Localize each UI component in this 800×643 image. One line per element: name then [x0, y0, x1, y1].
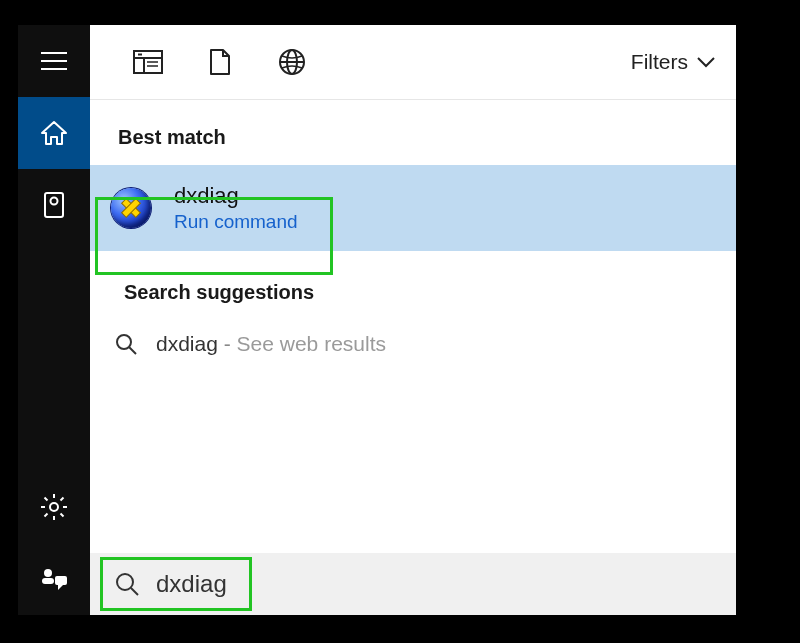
result-title: dxdiag	[174, 183, 298, 209]
sidebar-spacer	[18, 241, 90, 471]
best-match-heading: Best match	[90, 100, 736, 165]
feedback-button[interactable]	[18, 543, 90, 615]
svg-line-11	[61, 514, 64, 517]
search-input[interactable]: dxdiag	[90, 553, 736, 615]
sidebar	[18, 25, 90, 615]
result-texts: dxdiag Run command	[174, 183, 298, 233]
feedback-icon	[40, 566, 68, 592]
apps-tab[interactable]	[112, 26, 184, 98]
svg-line-32	[131, 588, 138, 595]
apps-icon	[133, 50, 163, 74]
cortana-search-panel: Filters Best match dxdi	[18, 25, 736, 615]
search-icon	[114, 571, 140, 597]
search-icon	[114, 332, 138, 356]
svg-line-12	[61, 498, 64, 501]
filters-button[interactable]: Filters	[631, 50, 722, 74]
suggestion-term: dxdiag	[156, 332, 218, 355]
svg-point-31	[117, 574, 133, 590]
settings-button[interactable]	[18, 471, 90, 543]
notebook-button[interactable]	[18, 169, 90, 241]
home-icon	[40, 120, 68, 146]
svg-line-30	[129, 347, 136, 354]
svg-point-29	[117, 335, 131, 349]
content-fill	[90, 368, 736, 553]
search-suggestions-heading: Search suggestions	[90, 251, 736, 320]
svg-point-5	[50, 503, 58, 511]
hamburger-icon	[41, 51, 67, 71]
web-suggestion[interactable]: dxdiag - See web results	[90, 320, 736, 368]
main-panel: Filters Best match dxdi	[90, 25, 736, 615]
svg-rect-16	[55, 576, 67, 585]
gear-icon	[40, 493, 68, 521]
notebook-icon	[42, 191, 66, 219]
svg-point-4	[51, 198, 58, 205]
search-query-text: dxdiag	[156, 570, 227, 598]
svg-line-10	[45, 498, 48, 501]
web-tab[interactable]	[256, 26, 328, 98]
topbar: Filters	[90, 25, 736, 100]
documents-tab[interactable]	[184, 26, 256, 98]
chevron-down-icon	[696, 56, 716, 68]
svg-rect-15	[42, 578, 54, 584]
dxdiag-icon	[110, 187, 152, 229]
home-button[interactable]	[18, 97, 90, 169]
suggestion-separator: -	[224, 332, 231, 355]
menu-button[interactable]	[18, 25, 90, 97]
document-icon	[209, 48, 231, 76]
best-match-result[interactable]: dxdiag Run command	[90, 165, 736, 251]
filters-label: Filters	[631, 50, 688, 74]
globe-icon	[278, 48, 306, 76]
svg-line-13	[45, 514, 48, 517]
suggestion-web-label: See web results	[237, 332, 386, 355]
svg-point-14	[44, 569, 52, 577]
result-subtitle: Run command	[174, 211, 298, 233]
